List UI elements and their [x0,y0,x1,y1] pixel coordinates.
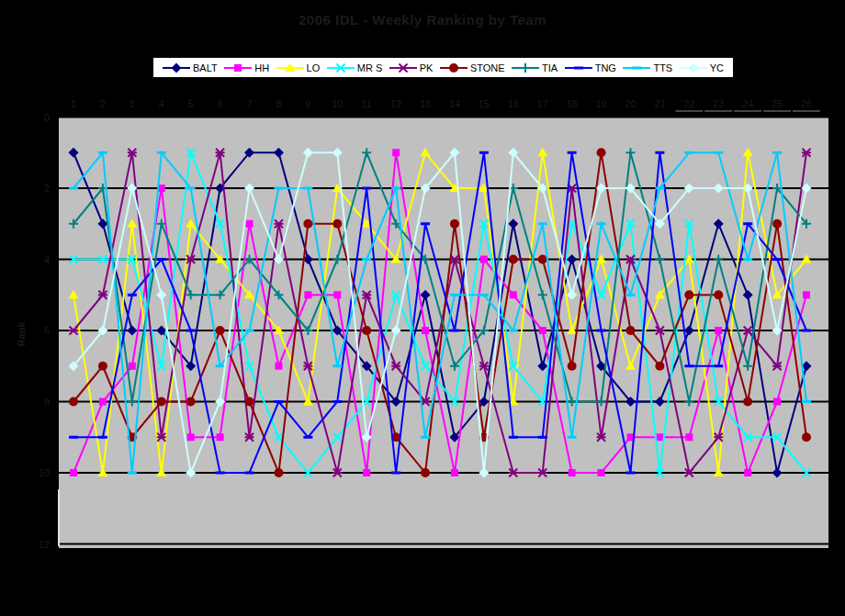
x-tick-label: 12 [390,98,401,109]
x-tick-label: 15 [479,98,490,109]
x-tick-label: 24 [742,98,753,109]
x-tick-label: 23 [713,98,724,109]
x-tick-label: 5 [188,98,194,109]
x-tick-label: 20 [625,98,636,109]
x-tick-label: 8 [276,98,281,109]
y-axis-title: Rank [16,321,27,347]
y-tick-label: 8 [44,397,50,408]
x-tick-label: 25 [772,98,783,109]
x-tick-label: 22 [683,98,694,109]
x-tick-label: 17 [537,98,548,109]
plot-layer: 0246810121234567891011121314151617181920… [39,98,828,550]
x-tick-label: 4 [159,98,164,109]
x-tick-label: 1 [71,98,76,109]
x-tick-label: 10 [332,98,343,109]
excel-chart-window: { "chart_data": { "type": "line", "title… [0,0,845,616]
x-tick-label: 3 [130,98,135,109]
x-tick-label: 7 [246,98,252,109]
x-tick-label: 13 [420,98,431,109]
x-tick-label: 19 [595,98,606,109]
y-tick-label: 12 [39,539,50,550]
x-tick-label: 14 [449,98,460,109]
x-tick-label: 6 [218,98,223,109]
y-tick-label: 4 [44,254,50,265]
y-tick-label: 0 [44,112,50,123]
x-tick-label: 16 [508,98,519,109]
x-tick-label: 26 [801,98,812,109]
y-tick-label: 2 [44,183,50,194]
x-tick-label: 11 [361,98,371,109]
y-tick-label: 6 [44,325,50,336]
x-tick-label: 2 [100,98,106,109]
y-tick-label: 10 [39,467,50,478]
x-tick-label: 21 [654,98,665,109]
plot-area [59,117,828,548]
x-tick-label: 9 [305,98,310,109]
x-tick-label: 18 [567,98,578,109]
chart-svg: 0246810121234567891011121314151617181920… [0,0,845,616]
